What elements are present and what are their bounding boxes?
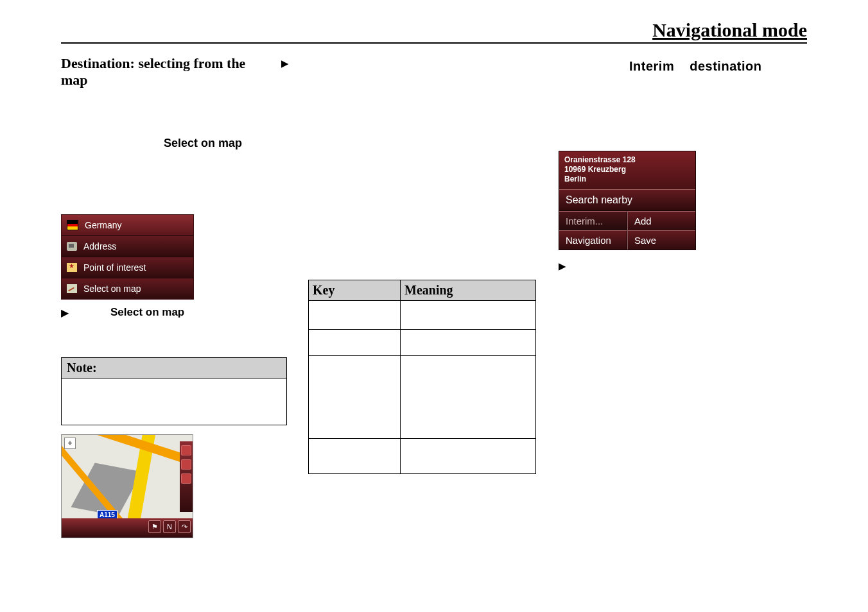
left-section-heading: Destination: selecting from the map xyxy=(61,55,262,89)
zoom-in-icon[interactable]: + xyxy=(64,438,76,449)
note-box: Note: xyxy=(61,357,287,425)
addr-line-3: Berlin xyxy=(564,174,690,184)
destination-popup: Oranienstrasse 128 10969 Kreuzberg Berli… xyxy=(559,151,696,250)
add-button[interactable]: Add xyxy=(627,211,695,230)
map-thumbnail[interactable]: + A115 ⚑ N ↷ xyxy=(61,434,193,538)
map-footer-toolbar[interactable]: ⚑ N ↷ xyxy=(62,518,193,538)
select-on-map-inline-label: Select on map xyxy=(110,306,184,319)
map-tool-icon[interactable] xyxy=(181,459,191,470)
page-header: Navigational mode xyxy=(61,19,807,44)
menu-select-on-map-label: Select on map xyxy=(83,284,141,294)
page-title: Navigational mode xyxy=(61,19,807,41)
table-row xyxy=(309,301,536,330)
map-footer-icon[interactable]: ↷ xyxy=(178,520,191,533)
arrow-right-icon: ▶ xyxy=(281,58,289,69)
key-header: Key xyxy=(309,280,401,301)
popup-address: Oranienstrasse 128 10969 Kreuzberg Berli… xyxy=(559,151,695,189)
right-section-heading: Interim destination xyxy=(629,59,807,74)
meaning-header: Meaning xyxy=(401,280,536,301)
map-tool-icon[interactable] xyxy=(181,445,191,455)
note-body xyxy=(62,378,286,425)
menu-poi-label: Point of interest xyxy=(83,262,146,273)
note-heading: Note: xyxy=(62,358,286,378)
destination-menu: Germany Address Point of interest Select… xyxy=(61,214,194,300)
search-nearby-button[interactable]: Search nearby xyxy=(559,189,695,211)
menu-select-on-map[interactable]: Select on map xyxy=(62,278,193,299)
save-button[interactable]: Save xyxy=(627,230,695,250)
navigation-button[interactable]: Navigation xyxy=(559,230,627,250)
menu-country[interactable]: Germany xyxy=(62,215,193,236)
menu-address-label: Address xyxy=(83,241,116,251)
table-row xyxy=(309,330,536,356)
interim-button[interactable]: Interim... xyxy=(559,211,627,230)
map-side-toolbar[interactable] xyxy=(180,441,193,512)
map-footer-icon[interactable]: ⚑ xyxy=(148,520,161,533)
arrow-right-icon: ▶ xyxy=(61,307,69,319)
table-row xyxy=(309,439,536,474)
poi-icon xyxy=(67,263,77,272)
select-on-map-icon xyxy=(67,284,77,293)
arrow-right-icon: ▶ xyxy=(559,260,807,272)
flag-germany-icon xyxy=(67,220,78,230)
map-tool-icon[interactable] xyxy=(181,473,191,484)
key-meaning-table: Key Meaning xyxy=(308,280,536,474)
table-row xyxy=(309,356,536,439)
map-compass-icon[interactable]: N xyxy=(163,520,176,533)
addr-line-2: 10969 Kreuzberg xyxy=(564,165,690,174)
menu-address[interactable]: Address xyxy=(62,236,193,257)
menu-country-label: Germany xyxy=(85,220,122,230)
menu-poi[interactable]: Point of interest xyxy=(62,257,193,278)
addr-line-1: Oranienstrasse 128 xyxy=(564,155,690,165)
select-on-map-label: Select on map xyxy=(164,137,289,150)
address-icon xyxy=(67,242,77,251)
